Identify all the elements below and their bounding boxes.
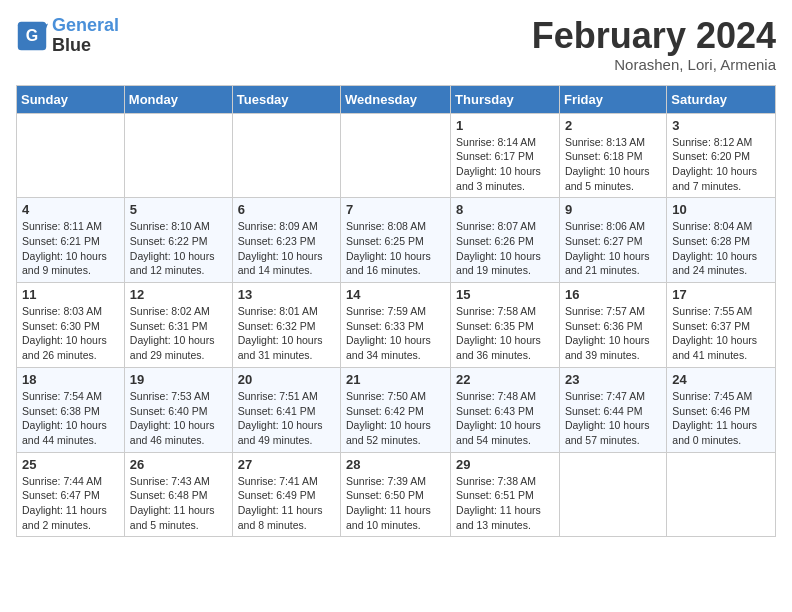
calendar-cell: 28Sunrise: 7:39 AM Sunset: 6:50 PM Dayli… (341, 452, 451, 537)
day-number: 26 (130, 457, 227, 472)
day-number: 20 (238, 372, 335, 387)
calendar-week-row: 4Sunrise: 8:11 AM Sunset: 6:21 PM Daylig… (17, 198, 776, 283)
day-info: Sunrise: 7:47 AM Sunset: 6:44 PM Dayligh… (565, 389, 661, 448)
calendar-cell: 29Sunrise: 7:38 AM Sunset: 6:51 PM Dayli… (451, 452, 560, 537)
day-number: 19 (130, 372, 227, 387)
day-info: Sunrise: 8:07 AM Sunset: 6:26 PM Dayligh… (456, 219, 554, 278)
weekday-header: Monday (124, 85, 232, 113)
day-info: Sunrise: 8:09 AM Sunset: 6:23 PM Dayligh… (238, 219, 335, 278)
day-number: 3 (672, 118, 770, 133)
day-info: Sunrise: 8:06 AM Sunset: 6:27 PM Dayligh… (565, 219, 661, 278)
calendar-cell (124, 113, 232, 198)
logo-text: GeneralBlue (52, 16, 119, 56)
day-number: 13 (238, 287, 335, 302)
day-info: Sunrise: 8:11 AM Sunset: 6:21 PM Dayligh… (22, 219, 119, 278)
calendar-cell: 25Sunrise: 7:44 AM Sunset: 6:47 PM Dayli… (17, 452, 125, 537)
day-number: 16 (565, 287, 661, 302)
day-info: Sunrise: 7:44 AM Sunset: 6:47 PM Dayligh… (22, 474, 119, 533)
day-info: Sunrise: 8:14 AM Sunset: 6:17 PM Dayligh… (456, 135, 554, 194)
day-info: Sunrise: 8:08 AM Sunset: 6:25 PM Dayligh… (346, 219, 445, 278)
day-info: Sunrise: 7:53 AM Sunset: 6:40 PM Dayligh… (130, 389, 227, 448)
weekday-header: Saturday (667, 85, 776, 113)
calendar-cell: 15Sunrise: 7:58 AM Sunset: 6:35 PM Dayli… (451, 283, 560, 368)
calendar-cell (667, 452, 776, 537)
day-number: 9 (565, 202, 661, 217)
calendar-cell: 13Sunrise: 8:01 AM Sunset: 6:32 PM Dayli… (232, 283, 340, 368)
day-info: Sunrise: 7:59 AM Sunset: 6:33 PM Dayligh… (346, 304, 445, 363)
calendar-cell: 12Sunrise: 8:02 AM Sunset: 6:31 PM Dayli… (124, 283, 232, 368)
day-number: 4 (22, 202, 119, 217)
day-info: Sunrise: 8:01 AM Sunset: 6:32 PM Dayligh… (238, 304, 335, 363)
calendar-cell: 23Sunrise: 7:47 AM Sunset: 6:44 PM Dayli… (559, 367, 666, 452)
day-info: Sunrise: 8:02 AM Sunset: 6:31 PM Dayligh… (130, 304, 227, 363)
day-number: 24 (672, 372, 770, 387)
day-info: Sunrise: 7:45 AM Sunset: 6:46 PM Dayligh… (672, 389, 770, 448)
day-info: Sunrise: 7:54 AM Sunset: 6:38 PM Dayligh… (22, 389, 119, 448)
day-number: 6 (238, 202, 335, 217)
day-number: 2 (565, 118, 661, 133)
calendar-cell (559, 452, 666, 537)
weekday-header: Wednesday (341, 85, 451, 113)
calendar-cell: 9Sunrise: 8:06 AM Sunset: 6:27 PM Daylig… (559, 198, 666, 283)
day-number: 22 (456, 372, 554, 387)
day-number: 21 (346, 372, 445, 387)
calendar-cell: 26Sunrise: 7:43 AM Sunset: 6:48 PM Dayli… (124, 452, 232, 537)
weekday-header: Sunday (17, 85, 125, 113)
weekday-header-row: SundayMondayTuesdayWednesdayThursdayFrid… (17, 85, 776, 113)
day-info: Sunrise: 8:03 AM Sunset: 6:30 PM Dayligh… (22, 304, 119, 363)
calendar-cell (341, 113, 451, 198)
calendar-cell: 4Sunrise: 8:11 AM Sunset: 6:21 PM Daylig… (17, 198, 125, 283)
calendar-table: SundayMondayTuesdayWednesdayThursdayFrid… (16, 85, 776, 538)
day-number: 11 (22, 287, 119, 302)
calendar-cell: 27Sunrise: 7:41 AM Sunset: 6:49 PM Dayli… (232, 452, 340, 537)
calendar-cell: 2Sunrise: 8:13 AM Sunset: 6:18 PM Daylig… (559, 113, 666, 198)
day-number: 15 (456, 287, 554, 302)
day-number: 10 (672, 202, 770, 217)
day-number: 14 (346, 287, 445, 302)
day-number: 12 (130, 287, 227, 302)
month-title: February 2024 (532, 16, 776, 56)
day-number: 23 (565, 372, 661, 387)
calendar-cell: 6Sunrise: 8:09 AM Sunset: 6:23 PM Daylig… (232, 198, 340, 283)
location: Norashen, Lori, Armenia (532, 56, 776, 73)
day-number: 8 (456, 202, 554, 217)
title-block: February 2024 Norashen, Lori, Armenia (532, 16, 776, 73)
day-info: Sunrise: 8:04 AM Sunset: 6:28 PM Dayligh… (672, 219, 770, 278)
day-number: 27 (238, 457, 335, 472)
day-number: 28 (346, 457, 445, 472)
svg-text:G: G (26, 27, 38, 44)
calendar-cell: 20Sunrise: 7:51 AM Sunset: 6:41 PM Dayli… (232, 367, 340, 452)
day-info: Sunrise: 7:58 AM Sunset: 6:35 PM Dayligh… (456, 304, 554, 363)
weekday-header: Thursday (451, 85, 560, 113)
day-info: Sunrise: 8:12 AM Sunset: 6:20 PM Dayligh… (672, 135, 770, 194)
logo-icon: G (16, 20, 48, 52)
day-info: Sunrise: 8:10 AM Sunset: 6:22 PM Dayligh… (130, 219, 227, 278)
calendar-cell: 19Sunrise: 7:53 AM Sunset: 6:40 PM Dayli… (124, 367, 232, 452)
calendar-cell (232, 113, 340, 198)
day-number: 29 (456, 457, 554, 472)
day-number: 17 (672, 287, 770, 302)
weekday-header: Friday (559, 85, 666, 113)
weekday-header: Tuesday (232, 85, 340, 113)
calendar-cell: 16Sunrise: 7:57 AM Sunset: 6:36 PM Dayli… (559, 283, 666, 368)
day-info: Sunrise: 7:39 AM Sunset: 6:50 PM Dayligh… (346, 474, 445, 533)
calendar-cell: 17Sunrise: 7:55 AM Sunset: 6:37 PM Dayli… (667, 283, 776, 368)
calendar-week-row: 1Sunrise: 8:14 AM Sunset: 6:17 PM Daylig… (17, 113, 776, 198)
page-header: G GeneralBlue February 2024 Norashen, Lo… (16, 16, 776, 73)
day-number: 5 (130, 202, 227, 217)
calendar-week-row: 11Sunrise: 8:03 AM Sunset: 6:30 PM Dayli… (17, 283, 776, 368)
day-number: 25 (22, 457, 119, 472)
calendar-cell: 14Sunrise: 7:59 AM Sunset: 6:33 PM Dayli… (341, 283, 451, 368)
calendar-cell: 3Sunrise: 8:12 AM Sunset: 6:20 PM Daylig… (667, 113, 776, 198)
day-info: Sunrise: 7:51 AM Sunset: 6:41 PM Dayligh… (238, 389, 335, 448)
day-number: 7 (346, 202, 445, 217)
day-info: Sunrise: 7:38 AM Sunset: 6:51 PM Dayligh… (456, 474, 554, 533)
day-info: Sunrise: 7:50 AM Sunset: 6:42 PM Dayligh… (346, 389, 445, 448)
day-info: Sunrise: 7:41 AM Sunset: 6:49 PM Dayligh… (238, 474, 335, 533)
calendar-cell: 21Sunrise: 7:50 AM Sunset: 6:42 PM Dayli… (341, 367, 451, 452)
day-number: 18 (22, 372, 119, 387)
calendar-cell: 11Sunrise: 8:03 AM Sunset: 6:30 PM Dayli… (17, 283, 125, 368)
calendar-cell: 1Sunrise: 8:14 AM Sunset: 6:17 PM Daylig… (451, 113, 560, 198)
day-info: Sunrise: 7:57 AM Sunset: 6:36 PM Dayligh… (565, 304, 661, 363)
calendar-cell: 8Sunrise: 8:07 AM Sunset: 6:26 PM Daylig… (451, 198, 560, 283)
